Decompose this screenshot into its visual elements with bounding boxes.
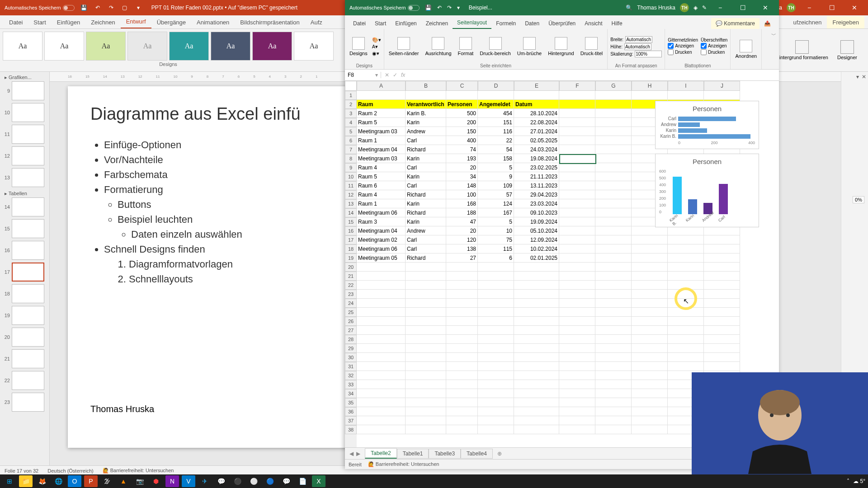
cell[interactable]	[514, 335, 559, 344]
cell[interactable]	[559, 235, 595, 244]
cell[interactable]	[704, 91, 740, 100]
theme-thumbnail[interactable]: Aa	[86, 32, 126, 61]
cell[interactable]	[559, 118, 595, 127]
cell[interactable]	[595, 154, 632, 163]
cell[interactable]	[704, 326, 740, 335]
xl-autosave-toggle[interactable]: Automatisches Speichern	[349, 5, 420, 11]
redo-icon[interactable]: ↷	[447, 5, 452, 11]
cell[interactable]	[559, 145, 595, 154]
row-header[interactable]: 10	[345, 172, 357, 181]
row-header[interactable]: 14	[345, 208, 357, 217]
cell[interactable]	[559, 371, 595, 380]
cell[interactable]: Raum 4	[357, 190, 406, 199]
cell[interactable]: 6	[478, 253, 514, 263]
cell[interactable]	[595, 190, 632, 199]
row-header[interactable]: 34	[345, 389, 357, 398]
minimize-button[interactable]: −	[800, 1, 818, 14]
row-header[interactable]: 23	[345, 290, 357, 299]
cell[interactable]: Meetingraum 03	[357, 154, 406, 163]
cell[interactable]	[514, 353, 559, 362]
app-icon[interactable]: ⬢	[149, 475, 163, 487]
cell[interactable]	[559, 335, 595, 344]
cell[interactable]	[559, 109, 595, 118]
cell[interactable]: 57	[478, 190, 514, 199]
cell[interactable]	[478, 290, 514, 299]
share-icon[interactable]: 📤	[760, 18, 775, 29]
tab-start[interactable]: Start	[28, 16, 51, 28]
cell[interactable]	[406, 281, 446, 290]
cell[interactable]	[559, 208, 595, 217]
row-header[interactable]: 31	[345, 362, 357, 371]
slide-thumbnail[interactable]	[12, 306, 44, 325]
cell[interactable]	[668, 335, 704, 344]
cell[interactable]	[514, 380, 559, 389]
cell[interactable]	[446, 263, 478, 272]
cell[interactable]	[406, 335, 446, 344]
tab-daten[interactable]: Daten	[520, 18, 544, 29]
slide-thumbnail[interactable]	[12, 219, 44, 238]
cell[interactable]	[595, 91, 632, 100]
cell[interactable]	[514, 371, 559, 380]
cell[interactable]	[559, 389, 595, 398]
colors-icon[interactable]: 🎨▾	[372, 37, 381, 43]
onenote-icon[interactable]: N	[165, 475, 179, 487]
cell[interactable]	[446, 326, 478, 335]
column-header[interactable]: D	[478, 81, 514, 91]
file-explorer-icon[interactable]: 📁	[19, 475, 33, 487]
chevron-down-icon[interactable]: ▾	[856, 74, 859, 80]
cell[interactable]	[478, 326, 514, 335]
headings-view-checkbox[interactable]: Anzeigen	[701, 43, 727, 49]
cell[interactable]	[595, 335, 632, 344]
cell[interactable]: 09.10.2023	[514, 208, 559, 217]
row-header[interactable]: 19	[345, 253, 357, 263]
cell[interactable]	[357, 353, 406, 362]
cell[interactable]	[704, 253, 740, 263]
cell[interactable]	[595, 127, 632, 136]
cell[interactable]	[514, 263, 559, 272]
cell[interactable]	[632, 398, 668, 407]
row-header[interactable]: 25	[345, 308, 357, 317]
cell[interactable]	[595, 407, 632, 416]
app-icon[interactable]: 📄	[296, 475, 309, 487]
cell[interactable]: Raum 1	[357, 199, 406, 208]
cell[interactable]	[704, 290, 740, 299]
cell[interactable]	[446, 416, 478, 425]
cell[interactable]	[446, 290, 478, 299]
cell[interactable]	[668, 344, 704, 353]
cell[interactable]	[478, 371, 514, 380]
cell[interactable]	[559, 199, 595, 208]
cell[interactable]	[559, 263, 595, 272]
row-header[interactable]: 4	[345, 118, 357, 127]
cell[interactable]	[704, 308, 740, 317]
cell[interactable]	[446, 335, 478, 344]
cell[interactable]	[446, 308, 478, 317]
cell[interactable]: Meetingraum 02	[357, 235, 406, 244]
cell[interactable]	[595, 208, 632, 217]
cell[interactable]: Richard	[406, 208, 446, 217]
cell[interactable]	[406, 371, 446, 380]
tab-zeichnen[interactable]: Zeichnen	[85, 16, 120, 28]
column-header[interactable]: A	[357, 81, 406, 91]
cell[interactable]	[357, 344, 406, 353]
cell[interactable]	[632, 244, 668, 253]
cell[interactable]	[632, 91, 668, 100]
cell[interactable]	[478, 353, 514, 362]
cell[interactable]	[704, 335, 740, 344]
hintergrund-button[interactable]: Hintergrund formatieren	[776, 40, 828, 60]
cell[interactable]	[632, 407, 668, 416]
column-header[interactable]: H	[632, 81, 668, 91]
tab-hilfe[interactable]: Hilfe	[607, 18, 627, 29]
cell[interactable]	[559, 154, 595, 163]
cell[interactable]	[668, 317, 704, 326]
breaks-button[interactable]: Um-brüche	[515, 36, 543, 57]
vlc-icon[interactable]: ▲	[117, 475, 130, 487]
cell[interactable]	[595, 290, 632, 299]
cell[interactable]: 5	[478, 163, 514, 172]
cell[interactable]	[632, 344, 668, 353]
cell[interactable]: Angemeldet	[478, 100, 514, 109]
column-header[interactable]: I	[668, 81, 704, 91]
height-field[interactable]: Höhe:	[610, 43, 662, 50]
cell[interactable]	[559, 91, 595, 100]
save-icon[interactable]: 💾	[80, 4, 88, 12]
cell[interactable]: 193	[446, 154, 478, 163]
